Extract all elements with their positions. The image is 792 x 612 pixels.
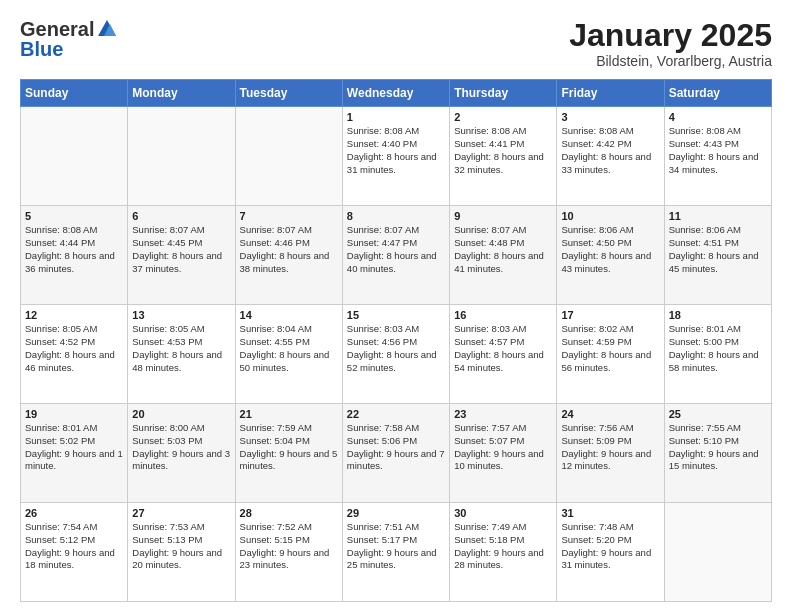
day-info: Sunrise: 8:08 AM Sunset: 4:43 PM Dayligh… xyxy=(669,125,767,176)
calendar-cell: 6Sunrise: 8:07 AM Sunset: 4:45 PM Daylig… xyxy=(128,206,235,305)
calendar-cell: 29Sunrise: 7:51 AM Sunset: 5:17 PM Dayli… xyxy=(342,503,449,602)
weekday-header-tuesday: Tuesday xyxy=(235,80,342,107)
weekday-header-thursday: Thursday xyxy=(450,80,557,107)
day-number: 4 xyxy=(669,111,767,123)
weekday-header-monday: Monday xyxy=(128,80,235,107)
logo-general-text: General xyxy=(20,19,94,39)
calendar-cell: 21Sunrise: 7:59 AM Sunset: 5:04 PM Dayli… xyxy=(235,404,342,503)
day-number: 28 xyxy=(240,507,338,519)
day-number: 31 xyxy=(561,507,659,519)
day-info: Sunrise: 8:07 AM Sunset: 4:47 PM Dayligh… xyxy=(347,224,445,275)
day-info: Sunrise: 8:01 AM Sunset: 5:02 PM Dayligh… xyxy=(25,422,123,473)
day-info: Sunrise: 8:07 AM Sunset: 4:45 PM Dayligh… xyxy=(132,224,230,275)
day-info: Sunrise: 8:08 AM Sunset: 4:44 PM Dayligh… xyxy=(25,224,123,275)
location: Bildstein, Vorarlberg, Austria xyxy=(569,53,772,69)
month-title: January 2025 xyxy=(569,18,772,53)
calendar-table: SundayMondayTuesdayWednesdayThursdayFrid… xyxy=(20,79,772,602)
calendar-cell: 5Sunrise: 8:08 AM Sunset: 4:44 PM Daylig… xyxy=(21,206,128,305)
calendar-cell: 8Sunrise: 8:07 AM Sunset: 4:47 PM Daylig… xyxy=(342,206,449,305)
calendar-cell xyxy=(235,107,342,206)
day-info: Sunrise: 8:03 AM Sunset: 4:56 PM Dayligh… xyxy=(347,323,445,374)
calendar-cell: 28Sunrise: 7:52 AM Sunset: 5:15 PM Dayli… xyxy=(235,503,342,602)
day-info: Sunrise: 7:51 AM Sunset: 5:17 PM Dayligh… xyxy=(347,521,445,572)
calendar-week-row: 5Sunrise: 8:08 AM Sunset: 4:44 PM Daylig… xyxy=(21,206,772,305)
day-number: 1 xyxy=(347,111,445,123)
day-info: Sunrise: 7:53 AM Sunset: 5:13 PM Dayligh… xyxy=(132,521,230,572)
calendar-cell: 7Sunrise: 8:07 AM Sunset: 4:46 PM Daylig… xyxy=(235,206,342,305)
calendar-cell xyxy=(664,503,771,602)
day-number: 15 xyxy=(347,309,445,321)
calendar-cell: 3Sunrise: 8:08 AM Sunset: 4:42 PM Daylig… xyxy=(557,107,664,206)
weekday-header-saturday: Saturday xyxy=(664,80,771,107)
calendar-week-row: 19Sunrise: 8:01 AM Sunset: 5:02 PM Dayli… xyxy=(21,404,772,503)
day-info: Sunrise: 8:06 AM Sunset: 4:50 PM Dayligh… xyxy=(561,224,659,275)
calendar-cell: 12Sunrise: 8:05 AM Sunset: 4:52 PM Dayli… xyxy=(21,305,128,404)
calendar-cell: 16Sunrise: 8:03 AM Sunset: 4:57 PM Dayli… xyxy=(450,305,557,404)
calendar-cell: 31Sunrise: 7:48 AM Sunset: 5:20 PM Dayli… xyxy=(557,503,664,602)
calendar-cell: 1Sunrise: 8:08 AM Sunset: 4:40 PM Daylig… xyxy=(342,107,449,206)
day-number: 20 xyxy=(132,408,230,420)
day-number: 3 xyxy=(561,111,659,123)
day-info: Sunrise: 8:00 AM Sunset: 5:03 PM Dayligh… xyxy=(132,422,230,473)
weekday-header-row: SundayMondayTuesdayWednesdayThursdayFrid… xyxy=(21,80,772,107)
day-info: Sunrise: 7:48 AM Sunset: 5:20 PM Dayligh… xyxy=(561,521,659,572)
day-info: Sunrise: 8:04 AM Sunset: 4:55 PM Dayligh… xyxy=(240,323,338,374)
calendar-week-row: 26Sunrise: 7:54 AM Sunset: 5:12 PM Dayli… xyxy=(21,503,772,602)
calendar-week-row: 1Sunrise: 8:08 AM Sunset: 4:40 PM Daylig… xyxy=(21,107,772,206)
calendar-cell: 30Sunrise: 7:49 AM Sunset: 5:18 PM Dayli… xyxy=(450,503,557,602)
day-info: Sunrise: 8:08 AM Sunset: 4:40 PM Dayligh… xyxy=(347,125,445,176)
header-right: January 2025 Bildstein, Vorarlberg, Aust… xyxy=(569,18,772,69)
day-number: 8 xyxy=(347,210,445,222)
day-info: Sunrise: 7:49 AM Sunset: 5:18 PM Dayligh… xyxy=(454,521,552,572)
weekday-header-wednesday: Wednesday xyxy=(342,80,449,107)
day-info: Sunrise: 8:05 AM Sunset: 4:53 PM Dayligh… xyxy=(132,323,230,374)
day-number: 26 xyxy=(25,507,123,519)
day-info: Sunrise: 8:02 AM Sunset: 4:59 PM Dayligh… xyxy=(561,323,659,374)
weekday-header-sunday: Sunday xyxy=(21,80,128,107)
day-info: Sunrise: 8:05 AM Sunset: 4:52 PM Dayligh… xyxy=(25,323,123,374)
day-number: 27 xyxy=(132,507,230,519)
day-number: 9 xyxy=(454,210,552,222)
calendar-cell: 18Sunrise: 8:01 AM Sunset: 5:00 PM Dayli… xyxy=(664,305,771,404)
day-number: 10 xyxy=(561,210,659,222)
day-info: Sunrise: 7:52 AM Sunset: 5:15 PM Dayligh… xyxy=(240,521,338,572)
calendar-cell: 24Sunrise: 7:56 AM Sunset: 5:09 PM Dayli… xyxy=(557,404,664,503)
day-number: 23 xyxy=(454,408,552,420)
weekday-header-friday: Friday xyxy=(557,80,664,107)
calendar-cell: 17Sunrise: 8:02 AM Sunset: 4:59 PM Dayli… xyxy=(557,305,664,404)
calendar-cell: 19Sunrise: 8:01 AM Sunset: 5:02 PM Dayli… xyxy=(21,404,128,503)
page: General Blue January 2025 Bildstein, Vor… xyxy=(0,0,792,612)
day-info: Sunrise: 8:07 AM Sunset: 4:46 PM Dayligh… xyxy=(240,224,338,275)
day-info: Sunrise: 8:08 AM Sunset: 4:41 PM Dayligh… xyxy=(454,125,552,176)
day-number: 2 xyxy=(454,111,552,123)
header: General Blue January 2025 Bildstein, Vor… xyxy=(20,18,772,69)
day-number: 12 xyxy=(25,309,123,321)
day-number: 19 xyxy=(25,408,123,420)
day-info: Sunrise: 8:03 AM Sunset: 4:57 PM Dayligh… xyxy=(454,323,552,374)
calendar-cell: 23Sunrise: 7:57 AM Sunset: 5:07 PM Dayli… xyxy=(450,404,557,503)
calendar-cell: 9Sunrise: 8:07 AM Sunset: 4:48 PM Daylig… xyxy=(450,206,557,305)
day-number: 25 xyxy=(669,408,767,420)
day-info: Sunrise: 8:08 AM Sunset: 4:42 PM Dayligh… xyxy=(561,125,659,176)
calendar-cell xyxy=(21,107,128,206)
day-number: 18 xyxy=(669,309,767,321)
day-number: 6 xyxy=(132,210,230,222)
day-info: Sunrise: 7:54 AM Sunset: 5:12 PM Dayligh… xyxy=(25,521,123,572)
day-number: 29 xyxy=(347,507,445,519)
calendar-cell: 14Sunrise: 8:04 AM Sunset: 4:55 PM Dayli… xyxy=(235,305,342,404)
calendar-cell: 27Sunrise: 7:53 AM Sunset: 5:13 PM Dayli… xyxy=(128,503,235,602)
day-number: 30 xyxy=(454,507,552,519)
day-info: Sunrise: 7:57 AM Sunset: 5:07 PM Dayligh… xyxy=(454,422,552,473)
day-number: 24 xyxy=(561,408,659,420)
day-number: 13 xyxy=(132,309,230,321)
day-number: 5 xyxy=(25,210,123,222)
calendar-cell xyxy=(128,107,235,206)
day-info: Sunrise: 8:06 AM Sunset: 4:51 PM Dayligh… xyxy=(669,224,767,275)
day-number: 11 xyxy=(669,210,767,222)
day-info: Sunrise: 8:07 AM Sunset: 4:48 PM Dayligh… xyxy=(454,224,552,275)
day-number: 17 xyxy=(561,309,659,321)
calendar-week-row: 12Sunrise: 8:05 AM Sunset: 4:52 PM Dayli… xyxy=(21,305,772,404)
calendar-cell: 11Sunrise: 8:06 AM Sunset: 4:51 PM Dayli… xyxy=(664,206,771,305)
day-info: Sunrise: 7:55 AM Sunset: 5:10 PM Dayligh… xyxy=(669,422,767,473)
calendar-cell: 22Sunrise: 7:58 AM Sunset: 5:06 PM Dayli… xyxy=(342,404,449,503)
